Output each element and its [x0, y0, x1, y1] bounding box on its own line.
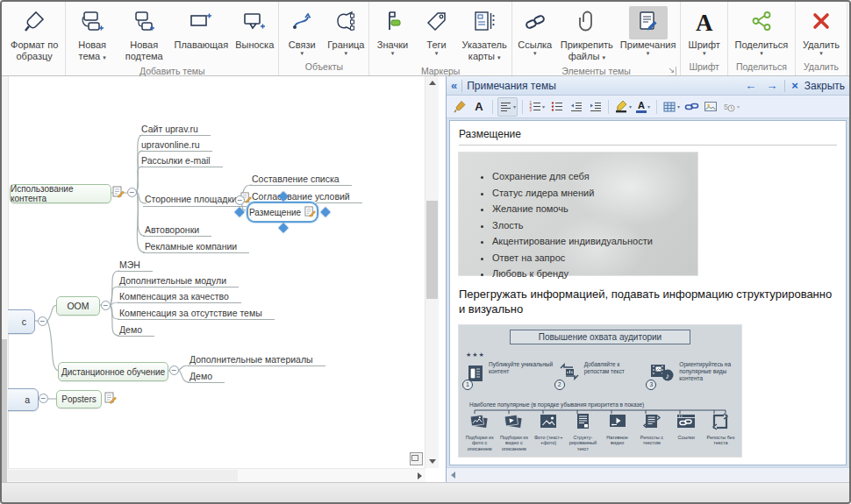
next-note-button[interactable]: →: [763, 79, 780, 92]
ribbon-group-markers: Значки▾ Теги▾ Указатель карты ▾ Маркеры: [369, 2, 511, 75]
insert-image-button[interactable]: [702, 98, 719, 116]
insert-timestamp-button[interactable]: 5▾: [721, 98, 740, 116]
topic-distance-learning[interactable]: Дистанционное обучение: [58, 362, 168, 381]
collapse-toggle[interactable]: −: [101, 301, 111, 310]
dropdown-arrow-icon: ▾: [677, 103, 680, 110]
content-type-item: Ссылки: [669, 413, 704, 452]
bullet-item: Статус лидера мнений: [492, 185, 697, 202]
increase-indent-button[interactable]: [586, 98, 604, 116]
map-navigator-button[interactable]: [410, 452, 423, 465]
topic-popsters[interactable]: Popsters: [56, 390, 102, 408]
content-type-item: Нативное видео: [600, 413, 634, 452]
boundary-label: Граница: [327, 39, 364, 50]
map-horizontal-scrollbar[interactable]: [8, 468, 426, 482]
topic-partial-top[interactable]: с: [8, 309, 35, 334]
font-color-button[interactable]: A▾: [634, 98, 652, 116]
close-panel-button[interactable]: Закрыть: [805, 80, 845, 92]
decrease-indent-button[interactable]: [567, 98, 584, 116]
topic-demo[interactable]: Демо: [118, 324, 154, 337]
insert-link-button[interactable]: [683, 98, 700, 116]
content-type-item: Фото (текст+ +фото): [532, 413, 566, 452]
notes-button[interactable]: Примечания▾: [617, 4, 680, 58]
topic-email[interactable]: Рассылки e-mail: [139, 155, 223, 167]
topic-demo2[interactable]: Демо: [188, 371, 225, 383]
font-button[interactable]: A Шрифт▾: [685, 4, 724, 58]
status-bar: [2, 482, 849, 502]
insert-table-button[interactable]: ▾: [661, 98, 681, 116]
topic-list-making[interactable]: Составление списка: [250, 174, 352, 186]
font-dialog-button[interactable]: A: [470, 98, 488, 116]
dialog-launcher-icon[interactable]: ↘: [669, 67, 677, 76]
topic-site2[interactable]: upravonline.ru: [139, 139, 212, 152]
map-index-button[interactable]: Указатель карты ▾: [458, 4, 510, 65]
dropdown-arrow-icon: ▾: [426, 51, 446, 55]
topic-main[interactable]: Использование контента: [10, 184, 111, 203]
bullet-list-button[interactable]: [547, 98, 565, 116]
collapse-toggle[interactable]: −: [38, 316, 47, 326]
highlighter-button[interactable]: ▾: [613, 98, 633, 116]
relationships-button[interactable]: Связи▾: [280, 4, 324, 58]
new-topic-icon: [80, 10, 104, 36]
bullet-item: Сохранение для себя: [492, 168, 697, 185]
tags-button[interactable]: Теги▾: [414, 4, 458, 58]
content-type-item: Подборки из фото с описанием: [462, 413, 497, 452]
close-icon[interactable]: ×: [790, 79, 800, 92]
bullet-item: Злость: [492, 217, 697, 234]
note-editor[interactable]: Размещение Сохранение для себя Статус ли…: [449, 120, 847, 465]
unique-content-icon: ★★★1: [466, 353, 485, 387]
new-subtopic-button[interactable]: Новая подтема: [118, 4, 171, 65]
topic-partial-bottom[interactable]: а: [8, 388, 39, 411]
group-label-topic-elements: Элементы темы↘: [513, 65, 680, 78]
note-title: Размещение: [459, 125, 837, 145]
boundary-button[interactable]: Граница▾: [324, 4, 368, 58]
callout-button[interactable]: Выноска: [232, 4, 277, 53]
topic-comp-quality[interactable]: Компенсация за качество: [118, 291, 241, 303]
scroll-up-button[interactable]: [426, 76, 439, 89]
map-vertical-scrollbar[interactable]: [425, 76, 439, 468]
link-button[interactable]: Ссылка▾: [513, 4, 557, 58]
delete-button[interactable]: Удалить▾: [799, 4, 843, 58]
note-paragraph: Перегружать информацией, подавать информ…: [459, 287, 841, 317]
note-icon[interactable]: [112, 186, 125, 202]
scrollbar-thumb[interactable]: [426, 201, 438, 299]
topic-ads[interactable]: Рекламные компании: [143, 241, 249, 253]
collapse-panel-icon[interactable]: «: [451, 79, 457, 92]
collapse-toggle[interactable]: −: [39, 394, 48, 403]
topic-comp-no-topic[interactable]: Компенсация за отсутствие темы: [118, 308, 275, 320]
dropdown-arrow-icon: ▾: [377, 51, 408, 55]
scrollbar-thumb[interactable]: [8, 470, 238, 481]
note-icon[interactable]: [304, 206, 316, 219]
mindmap-canvas[interactable]: Использование контента − Сайт uprav.ru u…: [8, 76, 426, 468]
topic-oom[interactable]: ООМ: [56, 296, 100, 316]
topic-site[interactable]: Сайт uprav.ru: [139, 124, 211, 136]
collapse-toggle[interactable]: −: [235, 195, 245, 205]
format-painter-button[interactable]: Формат по образцу: [4, 4, 64, 65]
new-topic-button[interactable]: Новая тема ▾: [67, 4, 118, 65]
topic-placement-selected[interactable]: Размещение: [247, 202, 318, 223]
prev-note-button[interactable]: ←: [742, 79, 759, 92]
format-painter-small-button[interactable]: [451, 98, 468, 116]
topic-materials[interactable]: Дополнительные материалы: [188, 354, 325, 366]
numbered-list-button[interactable]: 123▾: [527, 98, 546, 116]
notes-panel: « Примечания темы ← → × Закрыть A ▾ 123▾: [446, 76, 849, 482]
scroll-right-button[interactable]: [413, 469, 426, 482]
align-button[interactable]: ▾: [497, 97, 518, 117]
notes-horizontal-scrollbar[interactable]: [447, 467, 849, 482]
collapse-toggle[interactable]: −: [127, 188, 137, 197]
dropdown-arrow-icon: ▾: [103, 54, 106, 60]
icons-button[interactable]: Значки▾: [370, 4, 414, 58]
native-video-icon: [607, 413, 628, 434]
scroll-down-button[interactable]: [426, 455, 439, 468]
divider: [459, 145, 837, 146]
share-button[interactable]: Поделиться▾: [732, 4, 792, 58]
dropdown-arrow-icon: ▾: [737, 103, 740, 110]
floating-topic-button[interactable]: Плавающая: [171, 4, 232, 53]
topic-modules[interactable]: Дополнительные модули: [118, 275, 239, 287]
callout-icon: [242, 10, 267, 36]
attach-files-button[interactable]: Прикрепить файлы ▾: [557, 4, 617, 65]
dropdown-arrow-icon: ▾: [327, 51, 364, 55]
collapse-toggle[interactable]: −: [169, 366, 179, 375]
topic-autofunnels[interactable]: Автоворонки: [143, 224, 211, 237]
note-icon[interactable]: [104, 392, 117, 408]
topic-men[interactable]: МЭН: [118, 259, 153, 272]
